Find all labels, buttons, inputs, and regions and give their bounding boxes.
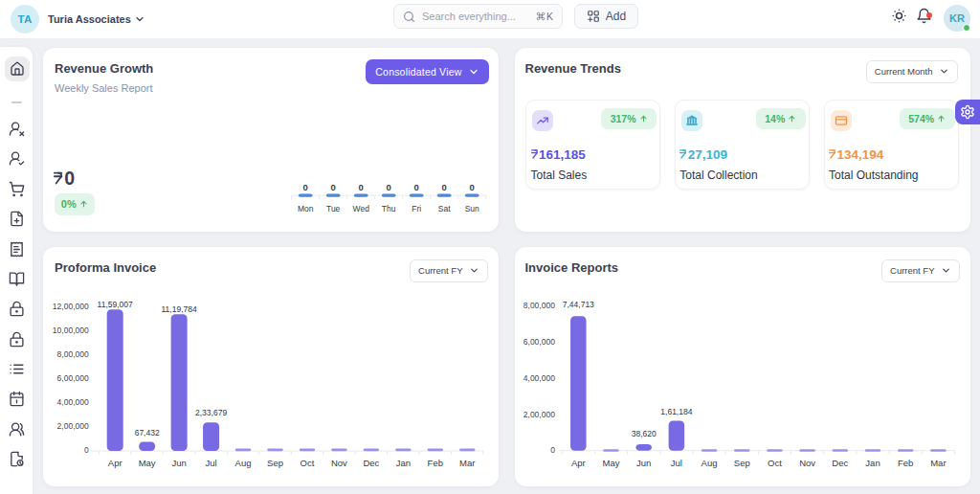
svg-text:67,432: 67,432: [135, 428, 160, 438]
svg-text:2,00,000: 2,00,000: [57, 421, 89, 431]
svg-text:11,19,784: 11,19,784: [162, 304, 197, 314]
svg-text:38,620: 38,620: [632, 429, 657, 438]
svg-text:Jan: Jan: [865, 458, 880, 468]
svg-text:Apr: Apr: [108, 458, 122, 468]
svg-text:6,00,000: 6,00,000: [523, 337, 555, 347]
svg-text:May: May: [139, 458, 156, 468]
svg-text:8,00,000: 8,00,000: [57, 349, 89, 359]
svg-text:Mon: Mon: [298, 204, 314, 213]
svg-text:Jun: Jun: [636, 458, 651, 468]
svg-text:Jul: Jul: [671, 458, 682, 468]
svg-text:Oct: Oct: [768, 458, 782, 468]
svg-text:6,00,000: 6,00,000: [57, 373, 89, 383]
svg-text:2,33,679: 2,33,679: [195, 408, 227, 417]
svg-text:Feb: Feb: [898, 458, 913, 468]
svg-text:11,59,007: 11,59,007: [98, 300, 133, 309]
svg-text:Fri: Fri: [412, 204, 421, 213]
svg-text:8,00,000: 8,00,000: [523, 301, 555, 310]
svg-text:Sun: Sun: [465, 204, 479, 213]
svg-text:1,61,184: 1,61,184: [660, 407, 692, 416]
svg-text:Aug: Aug: [235, 458, 252, 468]
svg-text:0: 0: [442, 182, 447, 192]
svg-text:0: 0: [84, 445, 89, 455]
svg-text:4,00,000: 4,00,000: [57, 397, 89, 407]
svg-text:Sep: Sep: [267, 458, 283, 468]
svg-text:0: 0: [387, 182, 391, 192]
svg-text:Mar: Mar: [459, 458, 475, 468]
svg-text:Nov: Nov: [799, 458, 815, 468]
svg-text:10,00,000: 10,00,000: [53, 326, 89, 335]
svg-text:7,44,713: 7,44,713: [563, 300, 594, 309]
svg-text:Wed: Wed: [353, 204, 370, 213]
svg-text:Jul: Jul: [206, 458, 217, 468]
svg-text:Dec: Dec: [832, 458, 848, 468]
svg-text:Sep: Sep: [734, 458, 750, 468]
svg-text:Thu: Thu: [382, 204, 396, 213]
svg-text:Aug: Aug: [702, 458, 718, 468]
svg-text:12,00,000: 12,00,000: [53, 302, 89, 311]
svg-text:0: 0: [331, 182, 336, 192]
svg-text:2,00,000: 2,00,000: [523, 410, 555, 419]
svg-text:0: 0: [470, 182, 475, 192]
svg-text:Sat: Sat: [438, 204, 451, 213]
svg-text:Mar: Mar: [930, 458, 946, 468]
svg-text:May: May: [603, 458, 620, 468]
svg-text:0: 0: [550, 445, 555, 455]
svg-text:0: 0: [359, 182, 364, 192]
svg-text:0: 0: [303, 182, 308, 192]
svg-text:Nov: Nov: [331, 458, 347, 468]
svg-text:Jan: Jan: [396, 458, 411, 468]
svg-text:Apr: Apr: [571, 458, 586, 468]
svg-text:Tue: Tue: [326, 204, 341, 213]
svg-text:Feb: Feb: [428, 458, 443, 468]
svg-text:Jun: Jun: [171, 458, 186, 468]
svg-text:4,00,000: 4,00,000: [523, 373, 555, 383]
svg-text:Dec: Dec: [363, 458, 379, 468]
svg-text:Oct: Oct: [301, 458, 315, 468]
svg-text:0: 0: [414, 182, 419, 192]
